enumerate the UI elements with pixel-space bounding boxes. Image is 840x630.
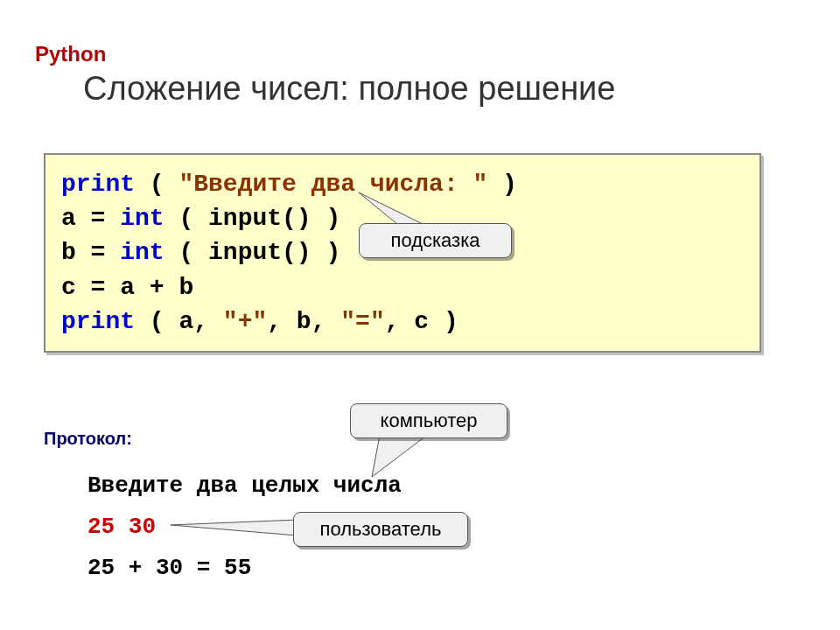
code-text: b = — [61, 239, 120, 266]
code-string: "+" — [223, 308, 267, 335]
protocol-label: Протокол: — [44, 429, 132, 449]
code-line-5: print ( a, "+", b, "=", c ) — [61, 304, 744, 339]
code-text: , b, — [267, 308, 340, 335]
protocol-line-3: 25 + 30 = 55 — [88, 548, 402, 589]
code-text: ( — [135, 171, 178, 198]
keyword-print: print — [61, 308, 135, 335]
python-label: Python — [35, 42, 106, 66]
code-text: a = — [61, 205, 120, 232]
code-string: "=" — [340, 308, 384, 335]
code-text: ) — [487, 171, 517, 198]
callout-user: пользователь — [293, 512, 468, 547]
svg-marker-2 — [171, 520, 298, 536]
callout-tail — [166, 516, 306, 542]
code-text: ( input() ) — [164, 205, 341, 232]
protocol-line-1: Введите два целых числа — [88, 466, 402, 507]
code-text: , c ) — [385, 308, 458, 335]
code-line-4: c = a + b — [61, 270, 744, 304]
page-title: Сложение чисел: полное решение — [83, 70, 615, 108]
callout-computer: компьютер — [350, 403, 508, 438]
svg-marker-0 — [359, 192, 424, 225]
code-string: "Введите два числа: " — [178, 171, 487, 198]
code-text: ( a, — [135, 308, 223, 335]
callout-hint: подсказка — [359, 223, 512, 258]
keyword-int: int — [120, 239, 164, 266]
keyword-print: print — [61, 171, 135, 198]
code-text: ( input() ) — [164, 239, 341, 266]
keyword-int: int — [120, 205, 164, 232]
